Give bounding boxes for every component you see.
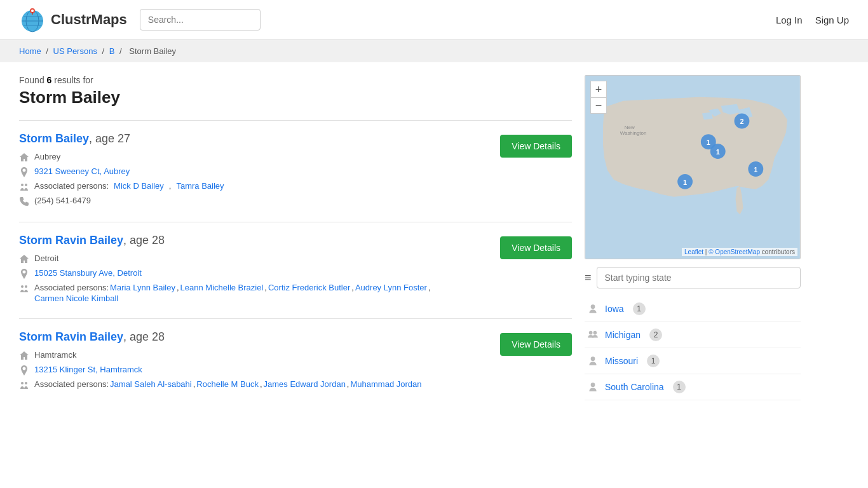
person-address-3: 13215 Klinger St, Hamtramck (19, 365, 491, 376)
map-attribution: Leaflet | © OpenStreetMap contributors (682, 248, 797, 256)
zoom-in-button[interactable]: + (590, 81, 607, 97)
state-badge-iowa: 1 (633, 302, 646, 315)
state-item-south-carolina[interactable]: South Carolina 1 (585, 374, 801, 400)
header-left: ClustrMaps (19, 6, 261, 33)
map-container: 1 2 1 1 (585, 75, 801, 259)
view-details-btn-1[interactable]: View Details (500, 135, 572, 158)
header: ClustrMaps Log In Sign Up (0, 0, 868, 40)
location-icon-2 (19, 269, 29, 279)
person-associated: Associated persons: Mick D Bailey, Tamra… (19, 181, 491, 192)
content: Found 6 results for Storm Bailey Storm B… (19, 75, 572, 405)
state-item-iowa[interactable]: Iowa 1 (585, 296, 801, 322)
people-icon (19, 182, 29, 192)
state-filter: ≡ (585, 267, 801, 288)
assoc-link-2[interactable]: Tamra Bailey (176, 181, 224, 191)
address-link-2[interactable]: 15025 Stansbury Ave, Detroit (34, 268, 142, 278)
person-name-link-3[interactable]: Storm Ravin Bailey (19, 330, 123, 343)
person-city: Aubrey (19, 152, 491, 163)
svg-point-24 (591, 356, 595, 361)
city-text-3: Hamtramck (34, 350, 76, 360)
associated-text-2: Associated persons: Maria Lynn Bailey, L… (34, 283, 491, 303)
map-background: 1 2 1 1 (585, 76, 800, 259)
view-details-btn-3[interactable]: View Details (500, 333, 572, 356)
found-prefix: Found (19, 75, 47, 85)
state-badge-south-carolina: 1 (673, 381, 686, 393)
assoc3-link-3[interactable]: James Edward Jordan (264, 379, 346, 389)
state-list: Iowa 1 Michigan 2 Missouri 1 South Carol… (585, 296, 801, 400)
view-details-btn-2[interactable]: View Details (500, 236, 572, 259)
assoc2-link-3[interactable]: Cortiz Frederick Butler (268, 283, 350, 292)
location-icon-3 (19, 365, 29, 376)
map-pin-south-carolina: 1 (748, 161, 763, 177)
svg-text:1: 1 (707, 139, 710, 146)
phone-icon (19, 196, 29, 207)
assoc3-link-1[interactable]: Jamal Saleh Al-sabahi (110, 379, 192, 389)
person-address-2: 15025 Stansbury Ave, Detroit (19, 268, 491, 279)
address-link[interactable]: 9321 Sweeney Ct, Aubrey (34, 166, 130, 176)
breadcrumb-sep1: / (46, 46, 50, 56)
assoc2-link-5[interactable]: Carmen Nicole Kimball (34, 294, 118, 303)
main: Found 6 results for Storm Bailey Storm B… (0, 62, 868, 418)
city-text-2: Detroit (34, 254, 58, 263)
map-svg: 1 2 1 1 (585, 76, 800, 259)
assoc3-link-2[interactable]: Rochelle M Buck (196, 379, 259, 389)
person-info: Storm Bailey, age 27 Aubrey 9321 Sweeney… (19, 132, 491, 210)
person-icon-michigan (587, 329, 599, 341)
people-icon-3 (19, 380, 29, 390)
svg-point-21 (591, 304, 595, 309)
state-link-missouri[interactable]: Missouri (605, 356, 638, 366)
breadcrumb-current: Storm Bailey (129, 46, 176, 56)
person-card-3: Storm Ravin Bailey, age 28 Hamtramck 132… (19, 318, 572, 405)
breadcrumb-us-persons[interactable]: US Persons (53, 46, 97, 56)
assoc3-link-4[interactable]: Muhammad Jordan (350, 379, 421, 389)
associated-text-3: Associated persons: Jamal Saleh Al-sabah… (34, 379, 421, 389)
svg-point-25 (591, 383, 595, 387)
state-link-south-carolina[interactable]: South Carolina (605, 382, 664, 392)
person-name-link[interactable]: Storm Bailey (19, 132, 89, 145)
phone-text: (254) 541-6479 (34, 196, 91, 205)
map-pin-missouri: 1 (710, 144, 726, 159)
search-input[interactable] (140, 9, 261, 30)
person-age-3: , age 28 (123, 330, 165, 343)
header-right: Log In Sign Up (776, 15, 849, 25)
person-info-3: Storm Ravin Bailey, age 28 Hamtramck 132… (19, 330, 491, 394)
person-phone: (254) 541-6479 (19, 196, 491, 207)
leaflet-link[interactable]: Leaflet (684, 248, 703, 255)
breadcrumb-sep3: / (119, 46, 124, 56)
assoc-link-1[interactable]: Mick D Bailey (114, 181, 164, 191)
state-item-michigan[interactable]: Michigan 2 (585, 322, 801, 348)
person-age-2: , age 28 (123, 234, 165, 247)
svg-text:1: 1 (716, 148, 720, 156)
svg-text:2: 2 (740, 118, 743, 125)
address-link-3[interactable]: 13215 Klinger St, Hamtramck (34, 365, 142, 374)
svg-point-7 (31, 10, 34, 12)
found-suffix: results for (51, 75, 93, 85)
person-associated-3: Associated persons: Jamal Saleh Al-sabah… (19, 379, 491, 390)
person-icon-missouri (587, 355, 599, 367)
logo-icon (19, 6, 46, 33)
breadcrumb-home[interactable]: Home (19, 46, 41, 56)
state-filter-input[interactable] (597, 267, 801, 288)
login-link[interactable]: Log In (776, 15, 803, 25)
location-icon (19, 167, 29, 177)
breadcrumb-b[interactable]: B (109, 46, 115, 56)
person-name-link-2[interactable]: Storm Ravin Bailey (19, 234, 123, 247)
svg-point-22 (589, 331, 593, 335)
filter-icon: ≡ (585, 271, 592, 285)
signup-link[interactable]: Sign Up (815, 15, 849, 25)
svg-point-23 (593, 331, 597, 335)
state-item-missouri[interactable]: Missouri 1 (585, 348, 801, 374)
state-link-michigan[interactable]: Michigan (605, 330, 641, 340)
assoc2-link-4[interactable]: Audrey Lynn Foster (355, 283, 427, 292)
state-link-iowa[interactable]: Iowa (605, 304, 624, 314)
person-address: 9321 Sweeney Ct, Aubrey (19, 166, 491, 177)
assoc2-link-2[interactable]: Leann Michelle Braziel (180, 283, 264, 292)
breadcrumb-sep2: / (102, 46, 107, 56)
assoc2-link-1[interactable]: Maria Lynn Bailey (110, 283, 175, 292)
osm-link[interactable]: © OpenStreetMap (709, 248, 760, 255)
zoom-out-button[interactable]: − (590, 97, 607, 114)
associated-label: Associated persons: (34, 181, 109, 191)
svg-text:1: 1 (754, 166, 757, 173)
logo: ClustrMaps (19, 6, 127, 33)
attribution-contributors: contributors (762, 248, 795, 255)
